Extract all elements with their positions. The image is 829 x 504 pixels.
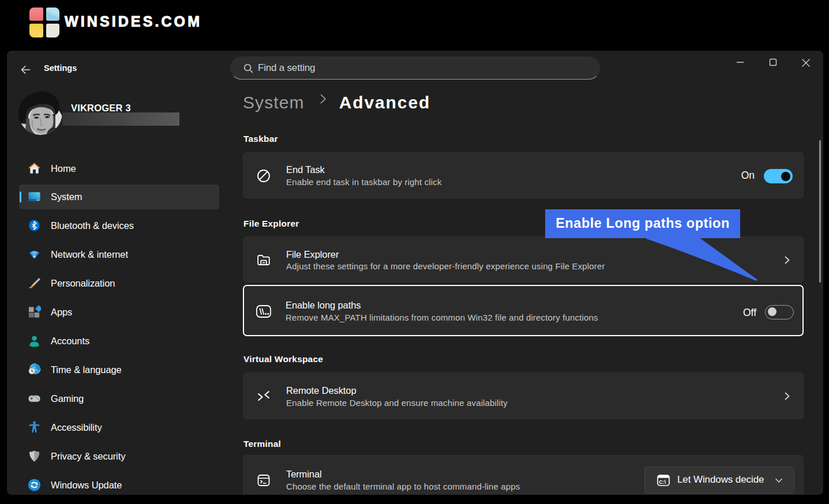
- svg-text:C:\: C:\: [659, 479, 666, 485]
